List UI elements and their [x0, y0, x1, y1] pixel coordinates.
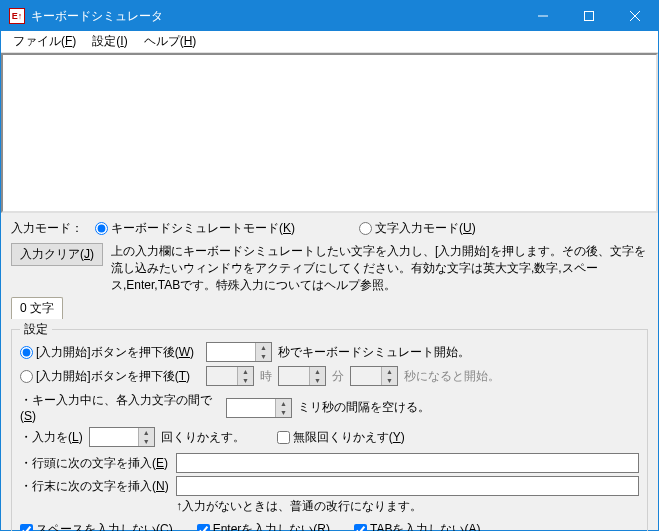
delay-time-suffix: 秒になると開始。 [404, 368, 500, 385]
menu-settings[interactable]: 設定(I) [84, 31, 135, 52]
window-title: キーボードシミュレータ [31, 8, 520, 25]
min-input[interactable]: 0▲▼ [278, 366, 326, 386]
close-button[interactable] [612, 1, 658, 31]
insert-note: ↑入力がないときは、普通の改行になります。 [176, 498, 422, 515]
svg-rect-1 [585, 12, 594, 21]
hour-label: 時 [260, 368, 272, 385]
min-label: 分 [332, 368, 344, 385]
no-enter-check[interactable]: Enterを入力しない(R) [197, 521, 330, 531]
clear-button[interactable]: 入力クリア(J) [11, 243, 103, 266]
delay-sec-suffix: 秒でキーボードシミュレート開始。 [278, 344, 470, 361]
repeat-infinite-check[interactable]: 無限回くりかえす(Y) [277, 429, 405, 446]
prefix-input[interactable] [176, 453, 639, 473]
interval-label: ・キー入力中に、各入力文字の間で(S) [20, 392, 220, 423]
minimize-button[interactable] [520, 1, 566, 31]
delay-time-radio[interactable]: [入力開始]ボタンを押下後(T) [20, 368, 200, 385]
sec2-input[interactable]: 0▲▼ [350, 366, 398, 386]
prefix-label: ・行頭に次の文字を挿入(E) [20, 455, 170, 472]
delay-sec-radio[interactable]: [入力開始]ボタンを押下後(W) [20, 344, 200, 361]
mode-char-radio[interactable]: 文字入力モード(U) [359, 220, 476, 237]
delay-sec-input[interactable]: 5▲▼ [206, 342, 272, 362]
menu-help[interactable]: ヘルプ(H) [136, 31, 205, 52]
suffix-label: ・行末に次の文字を挿入(N) [20, 478, 170, 495]
app-icon: E↑ [9, 8, 25, 24]
repeat-suffix: 回くりかえす。 [161, 429, 245, 446]
spin-up-icon[interactable]: ▲ [256, 343, 271, 352]
settings-title: 設定 [20, 321, 52, 338]
menubar: ファイル(F) 設定(I) ヘルプ(H) [1, 31, 658, 53]
mode-label: 入力モード： [11, 220, 83, 237]
repeat-input[interactable]: 5▲▼ [89, 427, 155, 447]
mode-sim-radio[interactable]: キーボードシミュレートモード(K) [95, 220, 295, 237]
app-window: E↑ キーボードシミュレータ ファイル(F) 設定(I) ヘルプ(H) 入力モー… [0, 0, 659, 531]
menu-file[interactable]: ファイル(F) [5, 31, 84, 52]
hour-input[interactable]: 0▲▼ [206, 366, 254, 386]
spin-down-icon[interactable]: ▼ [256, 352, 271, 361]
input-area-wrap [1, 53, 658, 216]
repeat-label: ・入力を(L) [20, 429, 83, 446]
maximize-button[interactable] [566, 1, 612, 31]
main-input[interactable] [1, 53, 658, 213]
no-space-check[interactable]: スペースを入力しない(C) [20, 521, 173, 531]
interval-suffix: ミリ秒の間隔を空ける。 [298, 399, 430, 416]
suffix-input[interactable] [176, 476, 639, 496]
tab-charcount[interactable]: 0 文字 [11, 297, 63, 319]
settings-group: 設定 [入力開始]ボタンを押下後(W) 5▲▼ 秒でキーボードシミュレート開始。… [11, 321, 648, 531]
hint-text: 上の入力欄にキーボードシミュレートしたい文字を入力し、[入力開始]を押します。そ… [111, 243, 648, 293]
no-tab-check[interactable]: TABを入力しない(A) [354, 521, 480, 531]
titlebar: E↑ キーボードシミュレータ [1, 1, 658, 31]
interval-input[interactable]: 20▲▼ [226, 398, 292, 418]
